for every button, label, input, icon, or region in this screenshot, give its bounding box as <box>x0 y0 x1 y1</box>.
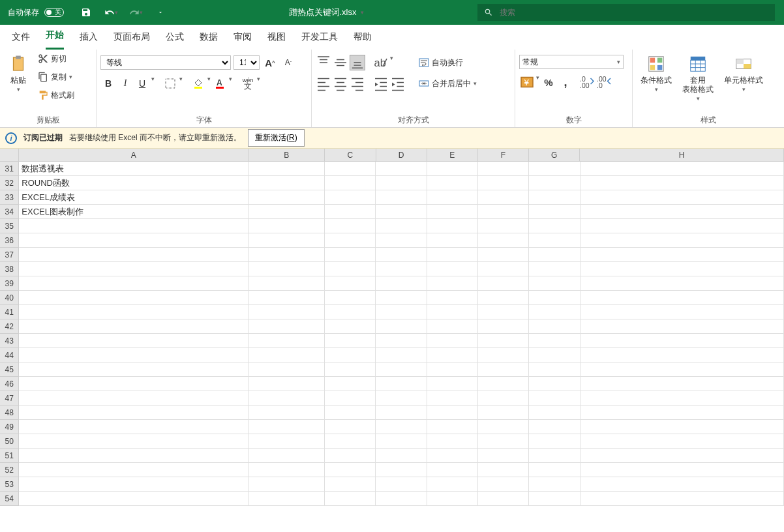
copy-button[interactable]: 复制▾ <box>35 69 77 85</box>
row-header[interactable]: 47 <box>0 391 19 406</box>
cell[interactable] <box>427 319 478 334</box>
cell[interactable] <box>19 420 249 434</box>
cell[interactable] <box>529 319 580 334</box>
cell[interactable] <box>249 362 325 377</box>
cell[interactable] <box>427 305 478 319</box>
cell[interactable] <box>376 219 427 233</box>
cell[interactable] <box>376 477 427 492</box>
cell[interactable] <box>478 377 529 391</box>
cell[interactable] <box>376 420 427 434</box>
align-top-icon[interactable] <box>316 55 331 70</box>
cell[interactable] <box>376 262 427 276</box>
row-header[interactable]: 53 <box>0 477 19 492</box>
paste-button[interactable]: 粘贴 ▾ <box>4 51 33 95</box>
cell[interactable] <box>249 434 325 449</box>
cell[interactable] <box>427 190 478 205</box>
tab-home[interactable]: 开始 <box>46 24 64 50</box>
fill-color-button[interactable] <box>190 76 206 91</box>
row-header[interactable]: 33 <box>0 190 19 205</box>
decrease-decimal-icon[interactable]: .00.0 <box>597 74 612 90</box>
cell[interactable] <box>19 477 249 492</box>
conditional-format-button[interactable]: 条件格式▾ <box>637 51 676 95</box>
bold-button[interactable]: B <box>100 76 116 91</box>
row-header[interactable]: 48 <box>0 406 19 420</box>
cell[interactable] <box>376 248 427 262</box>
cell[interactable] <box>427 176 478 190</box>
cell[interactable] <box>325 248 376 262</box>
cell[interactable] <box>376 434 427 449</box>
cell[interactable] <box>249 319 325 334</box>
cell[interactable] <box>529 262 580 276</box>
cell[interactable] <box>427 406 478 420</box>
comma-format-icon[interactable]: , <box>558 74 573 90</box>
cell[interactable] <box>580 190 784 205</box>
cell[interactable] <box>529 276 580 291</box>
accounting-format-icon[interactable]: ¥ <box>519 74 535 90</box>
increase-indent-icon[interactable] <box>390 76 406 91</box>
cell[interactable] <box>19 291 249 305</box>
col-header-C[interactable]: C <box>325 149 376 161</box>
cell[interactable] <box>325 291 376 305</box>
cell[interactable] <box>325 348 376 362</box>
cell[interactable] <box>427 334 478 348</box>
tab-view[interactable]: 视图 <box>267 26 286 50</box>
cell[interactable] <box>19 319 249 334</box>
search-input[interactable] <box>500 8 768 17</box>
cell[interactable] <box>580 463 784 477</box>
tab-file[interactable]: 文件 <box>12 26 30 50</box>
cell[interactable] <box>529 492 580 506</box>
cell[interactable] <box>325 391 376 406</box>
cell[interactable] <box>249 348 325 362</box>
cell[interactable] <box>580 319 784 334</box>
cell[interactable]: ROUND函数 <box>19 176 249 190</box>
cell[interactable] <box>19 463 249 477</box>
tab-developer[interactable]: 开发工具 <box>301 26 338 50</box>
align-left-icon[interactable] <box>316 76 331 91</box>
italic-button[interactable]: I <box>117 76 133 91</box>
cell[interactable] <box>325 305 376 319</box>
cell[interactable] <box>580 492 784 506</box>
cell[interactable] <box>529 176 580 190</box>
cell[interactable] <box>478 477 529 492</box>
cell[interactable] <box>478 262 529 276</box>
cell[interactable] <box>580 434 784 449</box>
tab-data[interactable]: 数据 <box>200 26 218 50</box>
cell[interactable] <box>529 162 580 176</box>
cell[interactable] <box>478 176 529 190</box>
cell[interactable] <box>249 477 325 492</box>
align-center-icon[interactable] <box>333 76 348 91</box>
cell[interactable] <box>529 219 580 233</box>
cell[interactable] <box>427 348 478 362</box>
cell[interactable] <box>478 348 529 362</box>
cell[interactable] <box>478 190 529 205</box>
cell[interactable] <box>19 334 249 348</box>
save-icon[interactable] <box>78 5 94 20</box>
col-header-E[interactable]: E <box>427 149 478 161</box>
select-all-corner[interactable] <box>0 149 19 161</box>
row-header[interactable]: 42 <box>0 319 19 334</box>
cell[interactable] <box>249 162 325 176</box>
cell[interactable] <box>376 319 427 334</box>
increase-decimal-icon[interactable]: .0.00 <box>580 74 596 90</box>
cell[interactable] <box>529 362 580 377</box>
col-header-B[interactable]: B <box>249 149 325 161</box>
cell[interactable] <box>325 276 376 291</box>
cell[interactable] <box>325 420 376 434</box>
align-right-icon[interactable] <box>350 76 365 91</box>
tab-help[interactable]: 帮助 <box>354 26 372 50</box>
cell[interactable] <box>376 463 427 477</box>
cell[interactable] <box>249 276 325 291</box>
cell[interactable] <box>478 162 529 176</box>
decrease-font-icon[interactable]: Aˇ <box>280 55 296 70</box>
cell[interactable] <box>580 348 784 362</box>
cell[interactable] <box>478 319 529 334</box>
cell[interactable] <box>376 348 427 362</box>
cell[interactable] <box>478 406 529 420</box>
cell[interactable] <box>427 219 478 233</box>
cell[interactable] <box>249 377 325 391</box>
row-header[interactable]: 45 <box>0 362 19 377</box>
cell[interactable] <box>580 449 784 463</box>
phonetic-button[interactable]: wén文 <box>240 76 256 91</box>
row-header[interactable]: 35 <box>0 219 19 233</box>
cell[interactable] <box>376 406 427 420</box>
